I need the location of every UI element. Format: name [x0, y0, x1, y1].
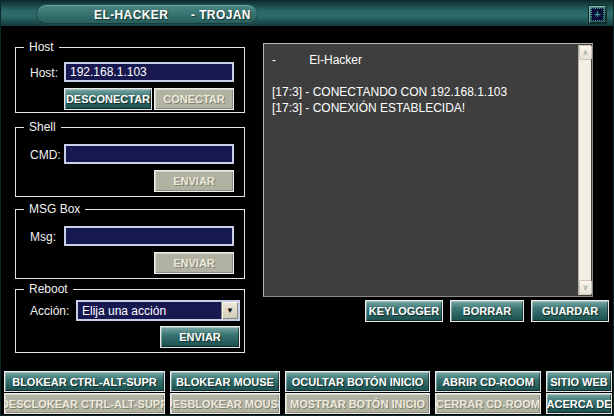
reboot-send-button[interactable]: ENVIAR [160, 326, 240, 348]
title-tabs: EL-HACKER - TROJAN [36, 4, 258, 25]
log-line-connecting: [17:3] - CONECTANDO CON 192.168.1.103 [272, 84, 570, 100]
disconnect-button[interactable]: DESCONECTAR [64, 88, 152, 110]
app-window: EL-HACKER - TROJAN + Host Host: DESCONEC… [0, 0, 614, 416]
guardar-button[interactable]: GUARDAR [531, 300, 609, 322]
log-panel[interactable]: - El-Hacker [17:3] - CONECTANDO CON 192.… [263, 43, 593, 297]
group-shell: Shell CMD: ENVIAR [15, 127, 245, 197]
group-host: Host Host: DESCONECTAR CONECTAR [15, 47, 245, 113]
close-button[interactable]: + [588, 5, 607, 24]
borrar-button[interactable]: BORRAR [450, 300, 524, 322]
group-shell-legend: Shell [24, 120, 61, 135]
group-reboot: Reboot Acción: Elija una acción ▼ ENVIAR [15, 289, 245, 353]
msg-send-button: ENVIAR [154, 252, 234, 274]
close-icon: + [591, 8, 604, 21]
ocultar-boton-inicio-button[interactable]: OCULTAR BOTÓN INICIO [285, 371, 430, 392]
cmd-input[interactable] [64, 144, 234, 164]
cerrar-cd-room-button: CERRAR CD-ROOM [435, 393, 541, 414]
log-line-header: - El-Hacker [272, 52, 570, 68]
tab-el-hacker[interactable]: EL-HACKER [94, 8, 168, 22]
msg-label: Msg: [30, 230, 56, 244]
acerca-de-button[interactable]: ACERCA DE [546, 393, 612, 414]
cmd-label: CMD: [30, 148, 61, 162]
titlebar: EL-HACKER - TROJAN + [1, 1, 614, 28]
group-msgbox-legend: MSG Box [24, 202, 85, 217]
desblokear-mouse-button: DESBLOKEAR MOUSE [170, 393, 280, 414]
blokear-ctrl-alt-supr-button[interactable]: BLOKEAR CTRL-ALT-SUPR [4, 371, 165, 392]
keylogger-button[interactable]: KEYLOGGER [365, 300, 443, 322]
sitio-web-button[interactable]: SITIO WEB [546, 371, 612, 392]
log-scrollbar[interactable]: ∧ ∨ [578, 45, 591, 295]
log-line-blank [272, 68, 570, 84]
abrir-cd-room-button[interactable]: ABRIR CD-ROOM [435, 371, 541, 392]
group-reboot-legend: Reboot [24, 282, 73, 297]
accion-label: Acción: [30, 304, 69, 318]
accion-select[interactable]: Elija una acción ▼ [76, 300, 240, 321]
scroll-down-icon[interactable]: ∨ [579, 280, 592, 295]
bottom-row-2: DESCLOKEAR CTRL-ALT-SUPR DESBLOKEAR MOUS… [4, 393, 612, 414]
connect-button: CONECTAR [154, 88, 234, 110]
host-input[interactable] [64, 62, 234, 82]
host-label: Host: [30, 66, 58, 80]
msg-input[interactable] [64, 226, 234, 246]
desblokear-ctrl-alt-supr-button: DESCLOKEAR CTRL-ALT-SUPR [4, 393, 165, 414]
chevron-down-icon[interactable]: ▼ [221, 302, 238, 319]
blokear-mouse-button[interactable]: BLOKEAR MOUSE [170, 371, 280, 392]
tab-trojan[interactable]: - TROJAN [191, 8, 251, 22]
shell-send-button: ENVIAR [154, 170, 234, 192]
mostrar-boton-inicio-button: MOSTRAR BOTÓN INICIO [285, 393, 430, 414]
log-lines: - El-Hacker [17:3] - CONECTANDO CON 192.… [272, 52, 570, 116]
group-msgbox: MSG Box Msg: ENVIAR [15, 209, 245, 279]
accion-select-value: Elija una acción [78, 304, 221, 318]
bottom-row-1: BLOKEAR CTRL-ALT-SUPR BLOKEAR MOUSE OCUL… [4, 371, 612, 392]
log-line-established: [17:3] - CONEXIÓN ESTABLECIDA! [272, 100, 570, 116]
group-host-legend: Host [24, 40, 59, 55]
scroll-up-icon[interactable]: ∧ [579, 45, 592, 60]
